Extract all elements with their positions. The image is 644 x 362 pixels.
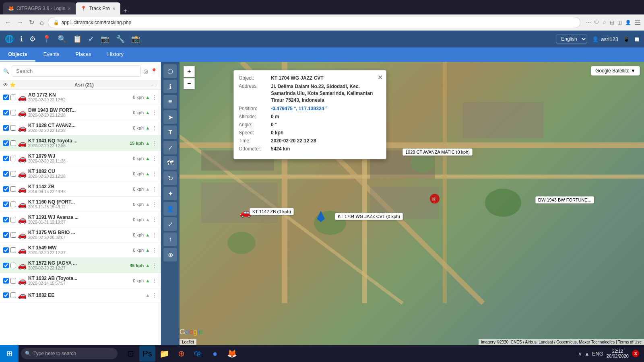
more-icon[interactable]: ⋮ — [152, 232, 157, 238]
toolbar-tools-icon[interactable]: 🔧 — [116, 35, 125, 43]
toolbar-photo-icon[interactable]: 📸 — [131, 35, 140, 43]
profile-icon[interactable]: 👤 — [625, 20, 631, 25]
map-person-button[interactable]: 👤 — [163, 202, 177, 216]
start-button[interactable]: ⊞ — [0, 345, 19, 362]
home-button[interactable]: ⌂ — [38, 17, 45, 28]
forward-button[interactable]: → — [15, 17, 25, 28]
zoom-out-button[interactable]: − — [184, 78, 195, 89]
more-icon[interactable]: ⋮ — [152, 109, 157, 116]
obj-checkbox2[interactable] — [10, 202, 16, 207]
obj-checkbox[interactable] — [3, 202, 9, 207]
collapse-icon[interactable]: — — [153, 82, 157, 88]
tab-trackpro[interactable]: 📍 Track Pro ✕ — [76, 2, 120, 14]
obj-checkbox[interactable] — [3, 140, 9, 146]
language-select[interactable]: English — [556, 35, 587, 43]
list-item[interactable]: 🚗 AG 1772 KN 2020-02-20 22:12:52 0 kph ▲… — [0, 90, 161, 105]
list-item[interactable]: 🚗 KT 1632 EE ▲ ⋮ — [0, 288, 161, 302]
map-star-button[interactable]: ✦ — [163, 187, 177, 200]
map-filter-button[interactable]: ≡ — [163, 95, 177, 109]
map-check-button[interactable]: ✓ — [163, 141, 177, 154]
more-icon[interactable]: ⋮ — [152, 140, 157, 146]
filter-button[interactable]: ◎ — [143, 68, 148, 74]
address-bar[interactable]: 🔒 app1.citratrack.com/tracking.php — [48, 17, 580, 28]
list-item[interactable]: 🚗 KT 1142 ZB 2019-09-15 22:44:48 0 kph ▲… — [0, 181, 161, 197]
list-item[interactable]: 🚗 KT 1160 NQ (FORT... 2019-11-28 15:49:1… — [0, 197, 161, 212]
obj-checkbox2[interactable] — [10, 95, 16, 100]
tab-history[interactable]: History — [99, 48, 131, 62]
obj-checkbox2[interactable] — [10, 156, 16, 161]
toolbar-camera-icon[interactable]: 📷 — [101, 35, 109, 43]
obj-checkbox[interactable] — [3, 278, 9, 284]
collections-icon[interactable]: ▤ — [610, 20, 614, 25]
list-item[interactable]: 🚗 KT 1082 CU 2020-02-20 22:12:28 0 kph ▲… — [0, 166, 161, 181]
tab-objects[interactable]: Objects — [0, 48, 35, 62]
obj-checkbox2[interactable] — [10, 171, 16, 177]
taskbar-firefox[interactable]: 🦊 — [224, 346, 240, 362]
more-icon[interactable]: ⋮ — [152, 201, 157, 208]
taskbar-taskview[interactable]: ⊡ — [122, 346, 138, 362]
map-expand-button[interactable]: ⤢ — [163, 217, 177, 231]
obj-checkbox[interactable] — [3, 95, 9, 100]
obj-checkbox2[interactable] — [10, 278, 16, 284]
more-icon[interactable]: ⋮ — [152, 155, 157, 162]
taskbar-files[interactable]: 📁 — [156, 346, 172, 362]
list-item[interactable]: 🚗 KT 1549 MW 2020-02-20 22:12:37 0 kph ▲… — [0, 243, 161, 258]
map-text-button[interactable]: T — [163, 125, 177, 139]
obj-checkbox2[interactable] — [10, 263, 16, 268]
popup-position-value[interactable]: -0.479475 °, 117.139324 ° — [271, 106, 327, 111]
obj-checkbox2[interactable] — [10, 292, 16, 298]
shield-icon[interactable]: 🛡 — [594, 20, 599, 25]
list-item[interactable]: 🚗 KT 1375 WG BRIO ... 2020-02-20 20:32:0… — [0, 227, 161, 243]
toolbar-info-icon[interactable]: ℹ — [20, 35, 23, 43]
obj-checkbox2[interactable] — [10, 247, 16, 253]
taskbar-search[interactable]: 🔍 Type here to search — [21, 348, 118, 359]
tab-new-button[interactable]: + — [120, 7, 130, 14]
toolbar-search-icon[interactable]: 🔍 — [58, 35, 66, 43]
map-arrow-button[interactable]: ↑ — [163, 232, 177, 246]
list-item[interactable]: 🚗 KT 1028 CT AVANZ... 2020-02-20 22:12:2… — [0, 120, 161, 136]
map-info-button[interactable]: ℹ — [163, 80, 177, 93]
obj-checkbox[interactable] — [3, 247, 9, 253]
toolbar-globe-icon[interactable]: 🌐 — [5, 35, 14, 43]
list-item[interactable]: 🚗 KT 1191 WJ Avanza ... 2020-01-31 12:19… — [0, 212, 161, 227]
list-item[interactable]: 🚗 DW 1943 BW FORT... 2020-02-20 22:12:28… — [0, 105, 161, 120]
mobile-icon[interactable]: 📱 — [623, 36, 630, 42]
obj-checkbox2[interactable] — [10, 217, 16, 222]
map-layers-button[interactable]: 🗺 — [163, 156, 177, 170]
more-icon[interactable]: ⋮ — [152, 125, 157, 131]
obj-checkbox[interactable] — [3, 292, 9, 298]
map-pointer-button[interactable]: ⬡ — [163, 64, 177, 78]
obj-checkbox[interactable] — [3, 232, 9, 238]
tab-citragps[interactable]: 🦊 CITRAGPS 3.9 - Login ✕ — [3, 2, 76, 14]
list-item[interactable]: 🚗 KT 1041 NQ Toyota ... 2020-02-20 22:12… — [0, 136, 161, 151]
obj-checkbox[interactable] — [3, 186, 9, 192]
tab-places[interactable]: Places — [67, 48, 99, 62]
sidebar-icon[interactable]: ◫ — [617, 20, 622, 25]
list-item[interactable]: 🚗 KT 1632 AB (Toyota... 2020-02-14 15:57… — [0, 273, 161, 288]
more-icon[interactable]: ⋮ — [152, 247, 157, 253]
tab-close-citragps[interactable]: ✕ — [68, 6, 71, 11]
taskbar-photoshop[interactable]: Ps — [139, 346, 155, 362]
bookmark-icon[interactable]: ☆ — [602, 20, 607, 25]
obj-checkbox2[interactable] — [10, 125, 16, 131]
map-type-button[interactable]: Google Satellite ▼ — [591, 66, 640, 76]
vehicle-marker-kt1704[interactable] — [317, 211, 325, 224]
refresh-button[interactable]: ↻ — [27, 17, 36, 28]
map-navigate-button[interactable]: ➤ — [163, 110, 177, 124]
obj-checkbox2[interactable] — [10, 186, 16, 192]
more-icon[interactable]: ⋮ — [152, 262, 157, 269]
zoom-in-button[interactable]: + — [184, 66, 195, 77]
obj-checkbox2[interactable] — [10, 232, 16, 238]
more-icon[interactable]: ⋮ — [152, 171, 157, 177]
map-area[interactable]: Jl. MT. Haryono Jl. Suryanata H ⬡ ℹ ≡ ➤ … — [161, 62, 644, 345]
obj-checkbox[interactable] — [3, 110, 9, 115]
obj-checkbox[interactable] — [3, 156, 9, 161]
obj-checkbox[interactable] — [3, 125, 9, 131]
tab-close-trackpro[interactable]: ✕ — [112, 6, 116, 11]
more-icon[interactable]: ⋮ — [152, 278, 157, 284]
obj-checkbox2[interactable] — [10, 110, 16, 115]
tab-events[interactable]: Events — [35, 48, 68, 62]
toolbar-location-icon[interactable]: 📍 — [42, 35, 51, 43]
more-icon[interactable]: ⋮ — [152, 186, 157, 192]
map-share-button[interactable]: ⊕ — [163, 248, 177, 261]
